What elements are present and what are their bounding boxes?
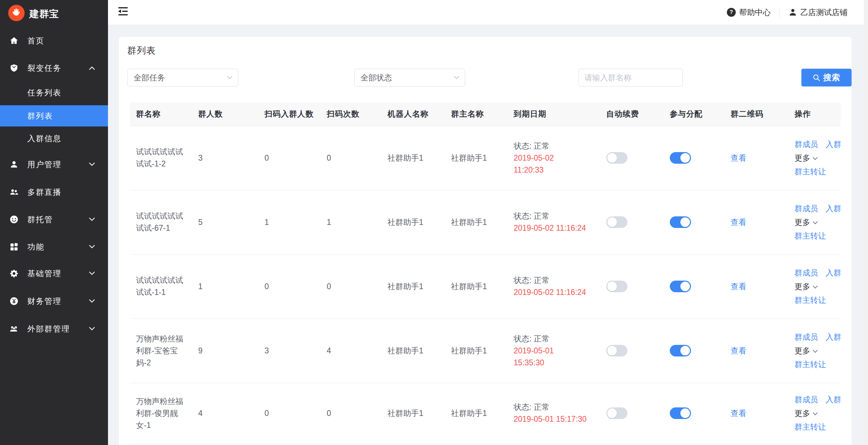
group-members-link[interactable]: 群成员 (795, 333, 818, 341)
sidebar-item-basic-management[interactable]: 基础管理 (0, 263, 108, 284)
owner-name: 社群助手1 (445, 126, 507, 190)
join-group-link[interactable]: 入群 (826, 204, 841, 213)
member-count: 5 (192, 190, 258, 254)
robot-name: 社群助手1 (381, 383, 445, 444)
join-group-link[interactable]: 入群 (826, 395, 841, 404)
owner-transfer-link[interactable]: 群主转让 (795, 296, 826, 305)
group-name: 试试试试试试试试-1-1 (136, 274, 187, 298)
robot-name: 社群助手1 (381, 190, 445, 254)
owner-transfer-link[interactable]: 群主转让 (795, 167, 826, 176)
more-dropdown[interactable]: 更多 (795, 409, 818, 418)
more-dropdown[interactable]: 更多 (795, 346, 818, 355)
join-group-link[interactable]: 入群 (826, 140, 841, 149)
view-qrcode-link[interactable]: 查看 (731, 218, 746, 227)
sidebar-item-finance-management[interactable]: 财务管理 (0, 291, 108, 312)
app-name: 建群宝 (29, 8, 59, 21)
table-row: 万物声粉丝福利群-俊男靓女-1 4 0 0 社群助手1 社群助手1 状态: 正常… (130, 383, 841, 444)
expire-date: 2019-05-01 15:17:30 (514, 413, 600, 425)
group-members-link[interactable]: 群成员 (795, 204, 818, 213)
auto-renew-toggle[interactable] (606, 281, 627, 292)
expire-date: 2019-05-02 11:16:24 (514, 222, 600, 234)
owner-transfer-link[interactable]: 群主转让 (795, 360, 826, 369)
group-members-link[interactable]: 群成员 (795, 140, 818, 149)
chevron-down-icon (89, 327, 95, 331)
user-icon (10, 160, 18, 169)
account-menu[interactable]: 乙店测试店铺 (789, 7, 847, 18)
owner-name: 社群助手1 (445, 254, 507, 319)
member-count: 1 (192, 254, 258, 319)
sidebar-item-features[interactable]: 功能 (0, 236, 108, 257)
sidebar-item-group-hosting[interactable]: 群托管 (0, 209, 108, 230)
auto-renew-toggle[interactable] (606, 407, 627, 419)
join-group-link[interactable]: 入群 (826, 268, 841, 277)
view-qrcode-link[interactable]: 查看 (731, 282, 746, 291)
filter-bar: 全部任务 全部状态 搜索 (119, 69, 852, 86)
participate-toggle[interactable] (670, 345, 691, 356)
collapse-sidebar-icon[interactable] (118, 6, 128, 16)
table-body: 试试试试试试试试-1-2 3 0 0 社群助手1 社群助手1 状态: 正常 20… (130, 126, 841, 444)
scan-join-count: 1 (258, 190, 321, 254)
chevron-down-icon (454, 76, 459, 79)
table-header-row: 群名称 群人数 扫码入群人数 扫码次数 机器人名称 群主名称 到期日期 自动续费… (130, 103, 841, 126)
participate-toggle[interactable] (670, 152, 691, 164)
sidebar-item-multi-group-live[interactable]: 多群直播 (0, 181, 108, 203)
task-filter-select[interactable]: 全部任务 (127, 69, 238, 86)
chevron-down-icon (813, 221, 818, 225)
help-center-link[interactable]: ? 帮助中心 (727, 7, 771, 18)
auto-renew-toggle[interactable] (606, 345, 627, 356)
expire-time: 15:35:30 (514, 357, 600, 369)
participate-toggle[interactable] (670, 216, 691, 228)
scan-count: 1 (321, 190, 381, 254)
sidebar-item-group-list[interactable]: 群列表 (0, 105, 108, 126)
status-text: 状态: 正常 (514, 140, 600, 152)
owner-transfer-link[interactable]: 群主转让 (795, 231, 826, 240)
view-qrcode-link[interactable]: 查看 (731, 409, 746, 418)
chevron-down-icon (89, 271, 95, 275)
more-dropdown[interactable]: 更多 (795, 282, 818, 291)
search-button[interactable]: 搜索 (801, 69, 852, 86)
owner-name: 社群助手1 (445, 319, 507, 383)
join-group-link[interactable]: 入群 (826, 333, 841, 341)
sidebar-item-task-list[interactable]: 任务列表 (0, 82, 108, 103)
chevron-down-icon (813, 412, 818, 416)
group-name-search-input[interactable] (579, 69, 683, 86)
scan-count: 0 (321, 254, 381, 319)
sidebar-item-external-groups[interactable]: 外部群管理 (0, 318, 108, 339)
participate-toggle[interactable] (670, 407, 691, 419)
view-qrcode-link[interactable]: 查看 (731, 153, 746, 162)
status-text: 状态: 正常 (514, 274, 600, 286)
member-count: 3 (192, 126, 258, 190)
group-table: 群名称 群人数 扫码入群人数 扫码次数 机器人名称 群主名称 到期日期 自动续费… (130, 103, 841, 444)
status-text: 状态: 正常 (514, 401, 600, 413)
col-robot-name: 机器人名称 (381, 103, 445, 126)
view-qrcode-link[interactable]: 查看 (731, 346, 746, 355)
app-logo[interactable]: 建群宝 (0, 4, 108, 22)
more-dropdown[interactable]: 更多 (795, 153, 818, 162)
gear-icon (10, 269, 18, 278)
sidebar-item-fission-tasks[interactable]: 裂变任务 (0, 57, 108, 79)
robot-name: 社群助手1 (381, 254, 445, 319)
auto-renew-toggle[interactable] (606, 152, 627, 164)
table-row: 万物声粉丝福利群-宝爸宝妈-2 9 3 4 社群助手1 社群助手1 状态: 正常… (130, 319, 841, 383)
chevron-down-icon (89, 299, 95, 303)
sidebar-item-home[interactable]: 首页 (0, 30, 108, 51)
group-list-card: 群列表 全部任务 全部状态 搜索 群名称 群人数 扫码入群人数 扫码次数 (119, 37, 852, 445)
question-icon: ? (727, 8, 736, 17)
chevron-down-icon (813, 157, 818, 160)
group-name: 万物声粉丝福利群-俊男靓女-1 (136, 395, 187, 431)
chevron-down-icon (813, 285, 818, 289)
owner-transfer-link[interactable]: 群主转让 (795, 422, 826, 431)
auto-renew-toggle[interactable] (606, 216, 627, 228)
participate-toggle[interactable] (670, 281, 691, 292)
status-filter-select[interactable]: 全部状态 (354, 69, 465, 86)
group-members-link[interactable]: 群成员 (795, 268, 818, 277)
expire-date: 2019-05-02 11:16:24 (514, 286, 600, 298)
page-scrollbar[interactable] (864, 0, 868, 445)
more-dropdown[interactable]: 更多 (795, 218, 818, 227)
group-members-link[interactable]: 群成员 (795, 395, 818, 404)
col-qrcode: 群二维码 (724, 103, 788, 126)
logo-hand-icon (8, 5, 25, 21)
sidebar-item-join-info[interactable]: 入群信息 (0, 128, 108, 149)
sidebar-item-user-management[interactable]: 用户管理 (0, 154, 108, 175)
shield-icon (10, 64, 18, 72)
